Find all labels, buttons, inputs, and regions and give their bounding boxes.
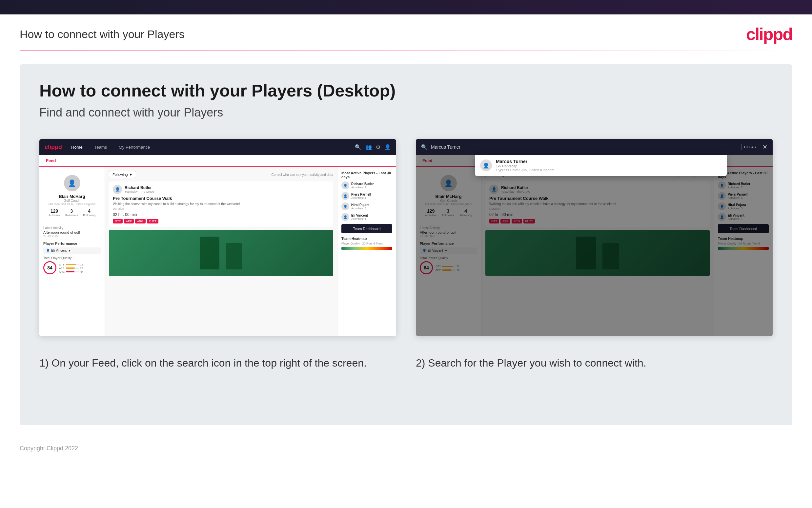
player-item-3: 👤 Hiral Pujara Activities: 3	[341, 203, 392, 210]
search-result-handicap: 1-5 Handicap	[496, 164, 555, 168]
bar-ott: OTT 79	[59, 263, 83, 266]
app-logo-1: clippd	[45, 144, 62, 151]
quality-bars: OTT 79 APP 70	[59, 263, 83, 274]
stat-activities: 129 Activities	[49, 208, 60, 217]
page-title: How to connect with your Players	[20, 28, 185, 41]
main-subtitle: Find and connect with your Players	[39, 106, 773, 120]
player-selector[interactable]: 👤 Eli Vincent ▼	[43, 247, 101, 254]
player-avatar-3: 👤	[341, 203, 349, 210]
player-item-4: 👤 Eli Vincent Activities: 1	[341, 213, 392, 221]
following-bar: Following ▼ Control who can see your act…	[109, 171, 333, 178]
player-avatar-2: 👤	[341, 192, 349, 200]
steps-grid: 1) On your Feed, click on the search ico…	[39, 356, 773, 371]
step-1-text: 1) On your Feed, click on the search ico…	[39, 356, 396, 371]
nav-teams[interactable]: Teams	[92, 143, 109, 151]
search-icon-overlay: 🔍	[421, 144, 428, 150]
close-search-icon[interactable]: ✕	[762, 143, 767, 151]
nav-icons: 🔍 👥 ⚙ 👤	[355, 144, 391, 150]
search-result-item-1[interactable]: 👤 Marcus Turner 1-5 Handicap Cypress Poi…	[475, 155, 727, 176]
player-avatar-small: 👤	[46, 249, 50, 252]
tag-arg: ARG	[135, 219, 146, 223]
player-avatar-4: 👤	[341, 213, 349, 221]
following-num: 4	[83, 208, 95, 214]
search-bar-overlay: 🔍 Marcus Turner CLEAR ✕	[416, 139, 773, 155]
search-result-avatar: 👤	[480, 160, 492, 171]
player-info-2: Piers Parnell Activities: 4	[351, 193, 371, 200]
user-icon[interactable]: 👤	[384, 144, 391, 150]
search-result-info: Marcus Turner 1-5 Handicap Cypress Point…	[496, 159, 555, 172]
player-name-3: Hiral Pujara	[351, 203, 370, 207]
activity-duration: 02 hr : 00 min	[113, 212, 329, 217]
search-result-name: Marcus Turner	[496, 159, 555, 164]
player-avatar-1: 👤	[341, 181, 349, 189]
left-panel-1: 👤 Blair McHarg Golf Coach Mill Ride Golf…	[39, 167, 105, 336]
latest-activity-label: Latest Activity	[43, 226, 101, 230]
stat-followers: 3 Followers	[65, 208, 78, 217]
player-item-2: 👤 Piers Parnell Activities: 4	[341, 192, 392, 200]
tag-putt: PUTT	[147, 219, 159, 223]
team-dashboard-button[interactable]: Team Dashboard	[341, 224, 392, 233]
quality-title: Total Player Quality	[43, 256, 101, 260]
screenshot-2: clippd Home Teams My Performance 🔍 👥 ⚙ 👤…	[416, 139, 773, 336]
search-result-club: Cypress Point Club, United Kingdom	[496, 168, 555, 172]
app-ui-1: clippd Home Teams My Performance 🔍 👥 ⚙ 👤…	[39, 139, 396, 336]
settings-icon[interactable]: ⚙	[376, 144, 380, 150]
profile-card: 👤 Blair McHarg Golf Coach Mill Ride Golf…	[43, 171, 101, 223]
activity-title: Pre Tournament Course Walk	[113, 196, 329, 201]
search-results-dropdown: 👤 Marcus Turner 1-5 Handicap Cypress Poi…	[475, 155, 727, 176]
tag-app: APP	[124, 219, 134, 223]
player-info-1: Richard Butler Activities: 7	[351, 182, 374, 189]
main-content: How to connect with your Players (Deskto…	[20, 64, 792, 425]
activities-label: Activities	[49, 214, 60, 217]
player-selected-name: Eli Vincent	[51, 249, 66, 252]
chevron-following: ▼	[129, 173, 133, 176]
screenshots-grid: clippd Home Teams My Performance 🔍 👥 ⚙ 👤…	[39, 139, 773, 336]
team-heatmap-title: Team Heatmap	[341, 237, 392, 241]
feed-tab[interactable]: Feed	[39, 155, 396, 167]
player-performance-label: Player Performance	[43, 242, 101, 246]
app-body-1: 👤 Blair McHarg Golf Coach Mill Ride Golf…	[39, 167, 396, 336]
player-name-2: Piers Parnell	[351, 193, 371, 196]
following-button[interactable]: Following ▼	[109, 171, 136, 178]
activities-num: 129	[49, 208, 60, 214]
activity-date: 27 Jul 2022	[43, 234, 101, 238]
player-info-3: Hiral Pujara Activities: 3	[351, 203, 370, 210]
search-input-display[interactable]: Marcus Turner	[431, 144, 738, 150]
nav-performance[interactable]: My Performance	[116, 143, 152, 151]
following-label: Following	[83, 214, 95, 217]
golfer-image	[109, 230, 333, 276]
control-link[interactable]: Control who can see your activity and da…	[272, 173, 333, 176]
brand-logo: clippd	[746, 24, 792, 44]
following-label: Following	[112, 173, 128, 176]
player-name-1: Richard Butler	[351, 182, 374, 186]
player-info-4: Eli Vincent Activities: 1	[351, 214, 368, 220]
activity-avatar: 👤	[113, 185, 122, 194]
quality-section: Total Player Quality 84 OTT 79	[43, 256, 101, 274]
clear-button[interactable]: CLEAR	[741, 144, 759, 150]
users-icon[interactable]: 👥	[365, 144, 372, 150]
activity-item-1: 👤 Richard Butler Yesterday · The Grove P…	[109, 181, 333, 227]
app-navbar-1: clippd Home Teams My Performance 🔍 👥 ⚙ 👤	[39, 139, 396, 155]
right-panel-1: Most Active Players - Last 30 days 👤 Ric…	[337, 167, 396, 336]
player-acts-1: Activities: 7	[351, 186, 374, 189]
activity-person: 👤 Richard Butler Yesterday · The Grove	[113, 185, 329, 194]
top-bar	[0, 0, 812, 14]
chevron-down-icon: ▼	[68, 249, 71, 252]
main-title: How to connect with your Players (Deskto…	[39, 81, 773, 100]
player-acts-4: Activities: 1	[351, 217, 368, 220]
screenshot-2-wrapper: clippd Home Teams My Performance 🔍 👥 ⚙ 👤…	[416, 139, 773, 336]
nav-home[interactable]: Home	[68, 143, 85, 151]
duration-label: Duration	[113, 207, 329, 210]
stats-row: 129 Activities 3 Followers 4	[46, 208, 98, 217]
profile-club: Mill Ride Golf Club, United Kingdom	[46, 203, 98, 206]
followers-label: Followers	[65, 214, 78, 217]
header: How to connect with your Players clippd	[0, 14, 812, 50]
avatar: 👤	[64, 175, 80, 191]
screenshot-1: clippd Home Teams My Performance 🔍 👥 ⚙ 👤…	[39, 139, 396, 336]
person-name: Richard Butler	[125, 185, 154, 190]
player-acts-3: Activities: 3	[351, 207, 370, 210]
bar-arg: ARG 64	[59, 270, 83, 273]
search-icon-1[interactable]: 🔍	[355, 144, 362, 150]
footer: Copyright Clippd 2022	[0, 438, 812, 459]
activity-name: Afternoon round of golf	[43, 230, 101, 234]
